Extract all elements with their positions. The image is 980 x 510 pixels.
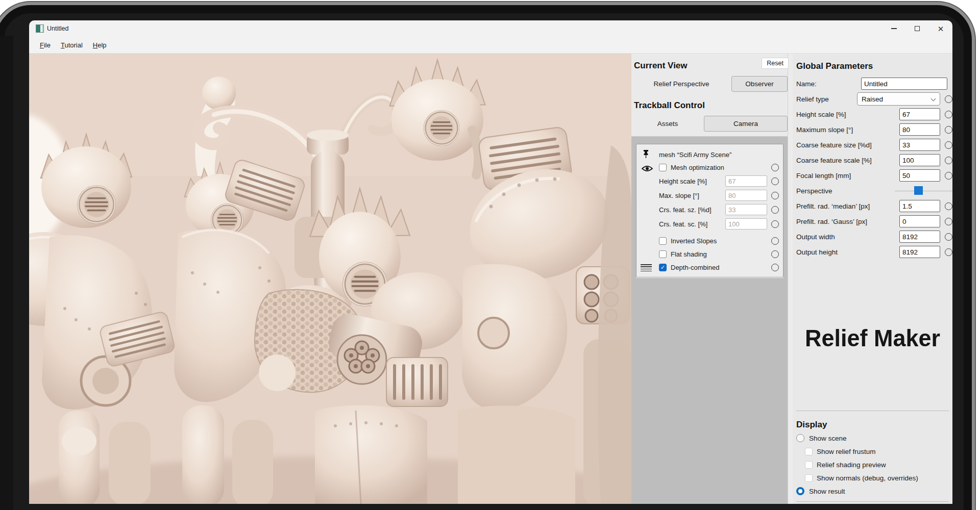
mesh-max-slope-input[interactable] [725, 190, 767, 201]
maximize-icon [915, 26, 920, 31]
relief-shading-preview-label: Relief shading preview [817, 461, 886, 469]
close-button[interactable]: ✕ [929, 20, 952, 37]
display-header: Display [796, 418, 949, 431]
checkbox-mesh-optimization[interactable] [659, 164, 667, 171]
relief-maker-logo: Relief Maker [793, 324, 952, 352]
checkbox-show-relief-frustum[interactable] [805, 448, 813, 455]
prefilter-median-label: Prefilt. rad. ‘median’ [px] [796, 202, 870, 210]
flat-shading-label: Flat shading [671, 250, 707, 258]
info-icon[interactable] [945, 95, 952, 103]
focal-length-input[interactable] [899, 169, 940, 182]
maximize-button[interactable] [905, 20, 929, 37]
mesh-title: mesh “Scifi Army Scene” [659, 148, 779, 161]
mesh-crs-feat-sc-input[interactable] [725, 218, 767, 230]
info-icon[interactable] [945, 202, 952, 210]
radio-show-result[interactable] [796, 487, 804, 495]
viewport-3d-scene[interactable] [29, 54, 631, 504]
scifi-army-scene-render [29, 54, 631, 504]
coarse-feature-size-input[interactable] [899, 139, 940, 151]
output-width-input[interactable] [899, 231, 940, 243]
coarse-feature-scale-label: Coarse feature scale [%] [796, 157, 872, 164]
perspective-label: Perspective [796, 187, 832, 195]
info-icon[interactable] [945, 141, 952, 149]
info-icon[interactable] [771, 177, 779, 185]
info-icon[interactable] [771, 220, 779, 228]
info-icon[interactable] [771, 250, 779, 258]
assets-option[interactable]: Assets [631, 120, 704, 128]
maximum-slope-label: Maximum slope [°] [796, 126, 853, 134]
eye-icon[interactable] [642, 165, 653, 172]
mesh-crs-feat-sz-label: Crs. feat. sz. [%d] [659, 206, 712, 214]
checkbox-show-normals[interactable] [805, 474, 813, 482]
info-icon[interactable] [771, 164, 779, 171]
mesh-height-scale-input[interactable] [725, 175, 767, 187]
info-icon[interactable] [945, 233, 952, 241]
height-scale-input[interactable] [899, 108, 940, 120]
title-bar: Untitled ✕ [29, 20, 952, 37]
slider-track[interactable] [895, 190, 952, 192]
perspective-slider[interactable] [895, 186, 950, 195]
mesh-crs-feat-sz-input[interactable] [725, 204, 767, 215]
output-height-label: Output height [796, 248, 838, 256]
section-divider [796, 501, 949, 502]
info-icon[interactable] [945, 172, 952, 180]
info-icon[interactable] [945, 248, 952, 256]
mesh-max-slope-label: Max. slope [°] [659, 192, 699, 199]
checkbox-flat-shading[interactable] [659, 250, 667, 258]
depth-combined-label: Depth-combined [671, 264, 719, 271]
info-icon[interactable] [945, 218, 952, 225]
menu-help[interactable]: Help [88, 39, 111, 51]
info-icon[interactable] [771, 237, 779, 245]
checkbox-depth-combined[interactable] [659, 264, 667, 271]
info-icon[interactable] [945, 126, 952, 134]
panel-separator [788, 54, 793, 504]
mesh-crs-feat-sc-label: Crs. feat. sc. [%] [659, 220, 707, 228]
global-parameters-panel: Global Parameters Name: Relief type Rais… [793, 54, 952, 504]
coarse-feature-size-label: Coarse feature size [%d] [796, 141, 872, 149]
section-divider [796, 408, 949, 411]
relief-type-dropdown[interactable]: Raised [857, 92, 940, 106]
maximum-slope-input[interactable] [899, 123, 940, 136]
height-scale-label: Height scale [%] [796, 111, 846, 118]
device-frame-side [0, 36, 13, 510]
info-icon[interactable] [771, 192, 779, 199]
prefilter-gauss-input[interactable] [899, 215, 940, 227]
inverted-slopes-label: Inverted Slopes [671, 237, 717, 245]
name-input[interactable] [861, 78, 947, 90]
window-title: Untitled [47, 25, 68, 32]
output-width-label: Output width [796, 233, 835, 241]
show-scene-label: Show scene [809, 435, 847, 442]
prefilter-median-input[interactable] [899, 200, 940, 212]
observer-button[interactable]: Observer [731, 76, 788, 92]
relief-type-label: Relief type [796, 95, 829, 103]
output-height-input[interactable] [899, 246, 940, 258]
info-icon[interactable] [945, 111, 952, 118]
relief-perspective-option[interactable]: Relief Perspective [631, 80, 731, 88]
prefilter-gauss-label: Prefilt. rad. ‘Gauss’ [px] [796, 218, 867, 225]
app-window: Untitled ✕ File Tutorial Help [29, 20, 952, 504]
pin-icon[interactable] [642, 149, 650, 159]
info-icon[interactable] [771, 264, 779, 271]
checkbox-inverted-slopes[interactable] [659, 237, 667, 245]
menu-tutorial[interactable]: Tutorial [56, 39, 87, 51]
coarse-feature-scale-input[interactable] [899, 154, 940, 166]
drag-handle-icon[interactable] [641, 263, 652, 273]
reset-button[interactable]: Reset [762, 58, 789, 69]
asset-list: mesh “Scifi Army Scene” Mesh optimizatio… [631, 137, 788, 504]
info-icon[interactable] [945, 157, 952, 164]
slider-thumb[interactable] [914, 186, 923, 195]
checkbox-relief-shading-preview[interactable] [805, 461, 813, 469]
menu-file[interactable]: File [35, 39, 55, 51]
minimize-icon [891, 28, 897, 29]
radio-show-scene[interactable] [796, 434, 804, 442]
menu-bar: File Tutorial Help [29, 37, 952, 54]
minimize-button[interactable] [882, 20, 905, 37]
camera-button[interactable]: Camera [704, 116, 788, 132]
global-parameters-header: Global Parameters [793, 60, 952, 73]
mesh-item-card[interactable]: mesh “Scifi Army Scene” Mesh optimizatio… [636, 144, 783, 277]
mesh-height-scale-label: Height scale [%] [659, 177, 707, 185]
view-control-panel: Reset Current View Relief Perspective Ob… [631, 54, 788, 504]
relief-type-value: Raised [862, 95, 883, 103]
info-icon[interactable] [771, 206, 779, 214]
mesh-optimization-label: Mesh optimization [671, 164, 724, 171]
